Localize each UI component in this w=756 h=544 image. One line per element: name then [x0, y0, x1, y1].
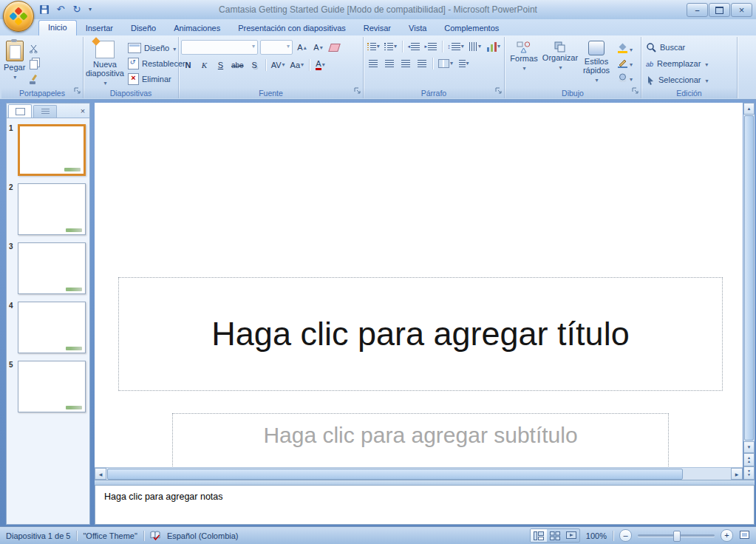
align-right-button[interactable] — [398, 57, 412, 70]
decrease-indent-button[interactable] — [406, 40, 421, 53]
strikethrough-button[interactable]: abe — [230, 58, 245, 72]
bullets-button[interactable] — [366, 40, 381, 53]
vertical-scrollbar[interactable] — [743, 103, 755, 480]
tab-diseno[interactable]: Diseño — [122, 21, 165, 35]
zoom-in-button[interactable]: + — [721, 529, 733, 542]
character-spacing-button[interactable]: AV — [270, 58, 287, 72]
align-left-button[interactable] — [366, 57, 380, 70]
horizontal-scroll-track[interactable] — [106, 468, 731, 480]
thumbnail-image[interactable] — [18, 361, 86, 412]
previous-slide-button[interactable] — [743, 453, 755, 466]
justify-button[interactable] — [415, 57, 429, 70]
horizontal-scroll-thumb[interactable] — [107, 469, 683, 480]
scroll-down-button[interactable] — [743, 441, 755, 453]
replace-button[interactable]: Reemplazar — [644, 56, 735, 71]
numbering-button[interactable] — [383, 40, 398, 53]
shape-fill-button[interactable] — [616, 41, 634, 55]
clipboard-dialog-launcher[interactable] — [74, 84, 81, 97]
line-spacing-button[interactable] — [446, 40, 466, 53]
tab-presentacion[interactable]: Presentación con diapositivas — [229, 21, 355, 35]
slide-thumbnail-1[interactable]: 1 — [9, 124, 86, 176]
maximize-button[interactable] — [709, 3, 730, 17]
shrink-font-button[interactable]: A — [311, 41, 325, 54]
vertical-scroll-track[interactable] — [743, 115, 755, 441]
title-placeholder[interactable]: Haga clic para agregar título — [118, 277, 723, 391]
slide-thumbnail-5[interactable]: 5 — [9, 361, 86, 412]
zoom-out-button[interactable]: – — [619, 529, 632, 542]
font-size-select[interactable] — [260, 40, 293, 55]
office-button[interactable] — [3, 1, 34, 32]
next-slide-button[interactable] — [743, 466, 755, 480]
text-direction-button[interactable] — [467, 40, 482, 53]
convert-smartart-button[interactable] — [485, 40, 502, 53]
notes-pane[interactable]: Haga clic para agregar notas — [95, 485, 755, 525]
shape-outline-button[interactable] — [616, 56, 634, 69]
delete-slide-button[interactable]: Eliminar — [126, 72, 187, 86]
underline-button[interactable]: S — [214, 58, 228, 72]
zoom-slider[interactable] — [638, 534, 715, 537]
close-panel-button[interactable] — [78, 106, 88, 118]
font-dialog-launcher[interactable] — [354, 84, 361, 97]
text-shadow-button[interactable]: S — [248, 58, 262, 72]
thumbnail-image[interactable] — [18, 124, 86, 176]
columns-button[interactable] — [437, 57, 454, 70]
tab-outline[interactable] — [33, 105, 57, 118]
vertical-scroll-thumb[interactable] — [744, 115, 754, 441]
horizontal-scrollbar[interactable] — [95, 467, 743, 480]
tab-inicio[interactable]: Inicio — [38, 20, 77, 35]
copy-button[interactable] — [27, 57, 40, 70]
reset-button[interactable]: Restablecer — [126, 57, 187, 70]
slide-thumbnail-2[interactable]: 2 — [9, 183, 86, 235]
slide-sorter-view-button[interactable] — [547, 529, 563, 542]
scroll-left-button[interactable] — [95, 468, 106, 480]
theme-status[interactable]: "Office Theme" — [83, 531, 137, 540]
new-slide-button[interactable]: Nueva diapositiva — [86, 38, 124, 86]
font-name-select[interactable] — [181, 40, 258, 55]
slide-thumbnail-4[interactable]: 4 — [9, 302, 86, 353]
language-status[interactable]: Español (Colombia) — [167, 531, 239, 540]
font-color-button[interactable]: A — [313, 58, 327, 72]
slideshow-view-button[interactable] — [563, 529, 579, 542]
thumbnail-image[interactable] — [18, 183, 86, 235]
find-button[interactable]: Buscar — [644, 40, 735, 55]
tab-slides-thumbnails[interactable] — [8, 104, 32, 118]
slide-thumbnail-3[interactable]: 3 — [9, 242, 86, 294]
arrange-button[interactable]: Organizar — [541, 38, 579, 86]
change-case-button[interactable]: Aa — [289, 58, 305, 72]
grow-font-button[interactable]: A — [295, 41, 309, 54]
spell-check-button[interactable] — [150, 530, 161, 542]
paragraph-dialog-launcher[interactable] — [495, 84, 502, 97]
cut-button[interactable] — [27, 41, 40, 55]
tab-insertar[interactable]: Insertar — [77, 21, 122, 35]
bold-button[interactable]: N — [181, 58, 195, 72]
italic-button[interactable]: K — [197, 58, 211, 72]
customize-qat-button[interactable] — [86, 2, 95, 16]
tab-animaciones[interactable]: Animaciones — [165, 21, 229, 35]
redo-button[interactable] — [69, 2, 84, 16]
tab-revisar[interactable]: Revisar — [355, 21, 400, 35]
select-button[interactable]: Seleccionar — [644, 72, 735, 87]
normal-view-button[interactable] — [531, 529, 547, 542]
undo-button[interactable] — [53, 2, 68, 16]
increase-indent-button[interactable] — [423, 40, 438, 53]
close-button[interactable] — [731, 3, 752, 17]
align-text-button[interactable] — [457, 57, 471, 70]
zoom-slider-thumb[interactable] — [673, 531, 681, 542]
paste-button[interactable]: Pegar — [4, 38, 25, 86]
layout-button[interactable]: Diseño — [126, 41, 187, 55]
notes-splitter[interactable] — [95, 480, 755, 485]
quick-styles-button[interactable]: Estilos rápidos — [579, 38, 613, 86]
scroll-right-button[interactable] — [731, 468, 743, 480]
save-button[interactable] — [37, 2, 52, 16]
scroll-up-button[interactable] — [743, 103, 755, 115]
thumbnail-image[interactable] — [18, 302, 86, 353]
shapes-button[interactable]: Formas — [507, 38, 541, 86]
align-center-button[interactable] — [382, 57, 396, 70]
thumbnail-image[interactable] — [18, 242, 86, 294]
clear-formatting-button[interactable] — [327, 41, 341, 54]
zoom-level[interactable]: 100% — [586, 531, 607, 540]
fit-to-window-button[interactable] — [739, 530, 750, 541]
shape-effects-button[interactable] — [616, 71, 634, 84]
minimize-button[interactable] — [687, 3, 708, 17]
tab-complementos[interactable]: Complementos — [435, 21, 508, 35]
